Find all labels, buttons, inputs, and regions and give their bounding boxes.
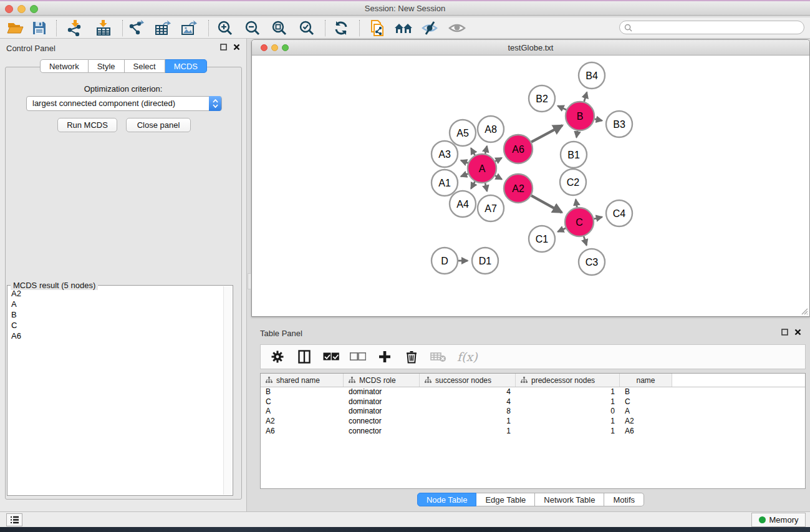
table-cell[interactable]: 1 — [516, 397, 620, 407]
search-input[interactable] — [635, 23, 797, 32]
import-table-button[interactable] — [93, 19, 114, 37]
show-column-button[interactable] — [296, 349, 312, 365]
table-cell[interactable]: 1 — [516, 427, 620, 437]
zoom-fit-button[interactable] — [269, 19, 290, 37]
column-header-MCDS-role[interactable]: MCDS role — [344, 374, 420, 387]
table-row[interactable]: Bdominator41B — [261, 387, 805, 397]
network-window-titlebar[interactable]: testGlobe.txt — [252, 40, 809, 56]
memory-button[interactable]: Memory — [751, 513, 806, 527]
graph-node-A[interactable]: A — [468, 154, 496, 183]
function-builder-button[interactable]: f(x) — [457, 350, 478, 364]
column-header-predecessor-nodes[interactable]: predecessor nodes — [516, 374, 620, 387]
graph-edge-A-A6[interactable] — [495, 158, 501, 162]
mcds-result-item[interactable]: A6 — [9, 331, 223, 341]
mcds-result-item[interactable]: A2 — [9, 288, 223, 299]
panel-splitter-handle[interactable] — [248, 273, 251, 289]
graph-edge-C-C4[interactable] — [594, 217, 602, 219]
table-cell[interactable]: A2 — [261, 417, 344, 427]
graph-node-C[interactable]: C — [565, 208, 594, 236]
tab-node-table[interactable]: Node Table — [417, 493, 477, 506]
table-cell[interactable]: A6 — [261, 427, 344, 437]
zoom-selected-button[interactable] — [296, 19, 317, 37]
table-cell[interactable]: 1 — [420, 427, 516, 437]
table-cell[interactable]: C — [261, 397, 344, 407]
graph-node-B[interactable]: B — [566, 102, 594, 130]
graph-node-C4[interactable]: C4 — [606, 200, 632, 226]
close-panel-button[interactable]: Close panel — [126, 118, 191, 132]
delete-table-button[interactable] — [430, 349, 446, 365]
show-all-button[interactable] — [446, 19, 468, 37]
graph-node-B1[interactable]: B1 — [561, 142, 587, 168]
column-header-shared-name[interactable]: shared name — [261, 374, 344, 387]
graph-edge-B-B2[interactable] — [557, 106, 566, 110]
graph-node-B4[interactable]: B4 — [579, 62, 605, 89]
graph-node-A3[interactable]: A3 — [432, 141, 458, 167]
tab-edge-table[interactable]: Edge Table — [476, 493, 535, 506]
column-header-name[interactable]: name — [620, 374, 672, 387]
graph-edge-A-A5[interactable] — [471, 148, 475, 155]
graph-node-C3[interactable]: C3 — [579, 249, 605, 275]
tab-network-table[interactable]: Network Table — [535, 493, 604, 506]
close-panel-icon[interactable] — [794, 329, 801, 336]
graph-edge-B-B3[interactable] — [595, 119, 602, 120]
home-networks-button[interactable] — [393, 19, 414, 37]
table-cell[interactable]: dominator — [344, 387, 420, 397]
graph-edge-C-C3[interactable] — [584, 236, 586, 245]
graph-node-B3[interactable]: B3 — [606, 111, 632, 137]
graph-edge-C-C1[interactable] — [558, 228, 566, 232]
mcds-result-item[interactable]: A — [9, 299, 223, 309]
graph-node-A5[interactable]: A5 — [450, 120, 476, 146]
graph-node-A2[interactable]: A2 — [504, 174, 533, 203]
graph-edge-B-B1[interactable] — [576, 131, 577, 138]
table-row[interactable]: A2connector11A2 — [261, 417, 805, 427]
close-panel-icon[interactable] — [233, 44, 240, 51]
table-cell[interactable]: connector — [344, 427, 420, 437]
table-cell[interactable]: A2 — [620, 417, 672, 427]
save-session-button[interactable] — [29, 19, 50, 37]
table-cell[interactable]: A — [261, 407, 344, 417]
export-image-button[interactable] — [178, 19, 200, 37]
graph-edge-A2-C[interactable] — [531, 196, 562, 213]
deselect-all-button[interactable] — [350, 349, 366, 365]
criterion-dropdown[interactable]: largest connected component (directed) — [26, 96, 222, 111]
export-network-button[interactable] — [125, 19, 147, 37]
graph-edge-A-A1[interactable] — [461, 174, 468, 177]
refresh-layout-button[interactable] — [330, 19, 352, 37]
table-row[interactable]: A6connector11A6 — [261, 427, 805, 437]
hide-selected-button[interactable] — [420, 19, 441, 37]
table-row[interactable]: Cdominator41C — [261, 397, 805, 407]
network-graph[interactable]: AA1A2A3A4A5A6A7A8BB1B2B3B4CC1C2C3C4DD1 — [253, 56, 809, 316]
tab-network[interactable]: Network — [40, 59, 89, 73]
table-cell[interactable]: A — [620, 407, 672, 417]
table-cell[interactable]: C — [620, 397, 672, 407]
float-panel-icon[interactable] — [220, 44, 227, 51]
graph-node-A8[interactable]: A8 — [478, 116, 504, 142]
table-cell[interactable]: B — [620, 387, 672, 397]
graph-edge-A-A4[interactable] — [471, 181, 475, 188]
graph-edge-A6-B[interactable] — [531, 125, 562, 142]
add-column-button[interactable] — [377, 349, 393, 365]
export-table-button[interactable] — [152, 19, 173, 37]
open-session-button[interactable] — [5, 19, 26, 37]
graph-node-D[interactable]: D — [432, 248, 458, 274]
graph-edge-A-A8[interactable] — [485, 146, 487, 153]
result-scrollbar[interactable] — [223, 286, 232, 495]
table-cell[interactable]: dominator — [344, 397, 420, 407]
tab-style[interactable]: Style — [89, 59, 125, 73]
graph-node-A4[interactable]: A4 — [450, 191, 476, 217]
zoom-in-button[interactable] — [215, 19, 236, 37]
graph-node-A6[interactable]: A6 — [504, 135, 533, 163]
graph-node-C2[interactable]: C2 — [560, 169, 586, 195]
graph-node-A7[interactable]: A7 — [478, 195, 504, 221]
table-row[interactable]: Adominator80A — [261, 407, 805, 417]
resize-grip-icon[interactable] — [800, 307, 808, 315]
graph-node-D1[interactable]: D1 — [472, 248, 498, 274]
search-field[interactable] — [619, 21, 804, 34]
import-network-button[interactable] — [64, 19, 85, 37]
table-cell[interactable]: 4 — [420, 397, 516, 407]
clone-network-button[interactable] — [367, 19, 388, 37]
zoom-out-button[interactable] — [242, 19, 263, 37]
node-table[interactable]: shared nameMCDS rolesuccessor nodesprede… — [260, 373, 806, 489]
network-canvas[interactable]: AA1A2A3A4A5A6A7A8BB1B2B3B4CC1C2C3C4DD1 — [253, 56, 809, 316]
graph-node-A1[interactable]: A1 — [432, 170, 458, 196]
